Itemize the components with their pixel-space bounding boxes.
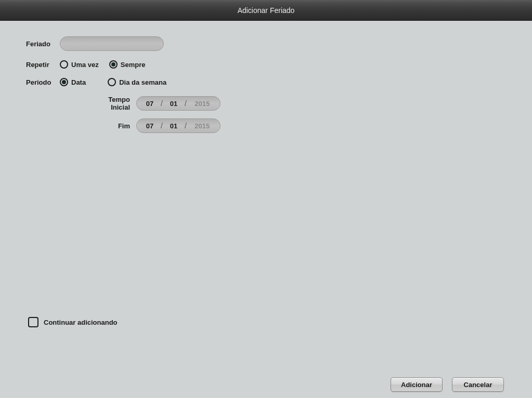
end-date-label: Fim <box>88 122 136 130</box>
start-month-field[interactable]: 01 <box>168 100 179 108</box>
start-date-input[interactable]: 07 / 01 / 2015 <box>136 96 220 111</box>
period-label: Periodo <box>26 78 60 86</box>
holiday-row: Feriado <box>26 36 506 51</box>
radio-icon <box>60 60 68 69</box>
continue-adding-label: Continuar adicionando <box>44 319 118 326</box>
date-separator: / <box>185 99 187 108</box>
dialog-content: Feriado Repetir Uma vez Sempre Periodo D… <box>0 21 532 398</box>
continue-adding-row: Continuar adicionando <box>28 317 118 327</box>
end-day-field[interactable]: 07 <box>144 122 155 130</box>
period-date-option[interactable]: Data <box>60 78 86 86</box>
start-date-label: Tempo Inicial <box>88 96 136 111</box>
end-year-field[interactable]: 2015 <box>192 122 213 130</box>
holiday-label: Feriado <box>26 40 60 48</box>
repeat-label: Repetir <box>26 61 60 69</box>
repeat-radio-group: Uma vez Sempre <box>60 60 145 69</box>
end-date-input[interactable]: 07 / 01 / 2015 <box>136 118 220 133</box>
date-separator: / <box>161 122 163 130</box>
repeat-always-label: Sempre <box>121 61 146 69</box>
radio-icon <box>109 60 118 69</box>
start-year-field[interactable]: 2015 <box>192 100 213 108</box>
period-weekday-label: Dia da semana <box>119 78 166 86</box>
holiday-name-input[interactable] <box>60 36 164 51</box>
dialog-title: Adicionar Feriado <box>238 6 295 15</box>
repeat-once-option[interactable]: Uma vez <box>60 60 99 69</box>
date-separator: / <box>161 99 163 108</box>
radio-icon <box>60 78 68 86</box>
end-date-row: Fim 07 / 01 / 2015 <box>88 118 506 133</box>
end-month-field[interactable]: 01 <box>168 122 179 130</box>
button-bar: Adicionar Cancelar <box>391 377 504 392</box>
repeat-once-label: Uma vez <box>71 61 99 69</box>
period-row: Periodo Data Dia da semana <box>26 78 506 86</box>
period-radio-group: Data Dia da semana <box>60 78 166 86</box>
add-button[interactable]: Adicionar <box>391 377 443 392</box>
period-date-label: Data <box>71 78 86 86</box>
repeat-always-option[interactable]: Sempre <box>109 60 146 69</box>
start-date-row: Tempo Inicial 07 / 01 / 2015 <box>88 96 506 111</box>
continue-adding-checkbox[interactable] <box>28 317 38 327</box>
period-weekday-option[interactable]: Dia da semana <box>108 78 166 86</box>
radio-icon <box>108 78 116 86</box>
start-day-field[interactable]: 07 <box>144 100 155 108</box>
cancel-button[interactable]: Cancelar <box>452 377 504 392</box>
dialog-title-bar: Adicionar Feriado <box>0 0 532 21</box>
repeat-row: Repetir Uma vez Sempre <box>26 60 506 69</box>
date-separator: / <box>185 122 187 130</box>
date-section: Tempo Inicial 07 / 01 / 2015 Fim 07 / 01… <box>88 96 506 133</box>
